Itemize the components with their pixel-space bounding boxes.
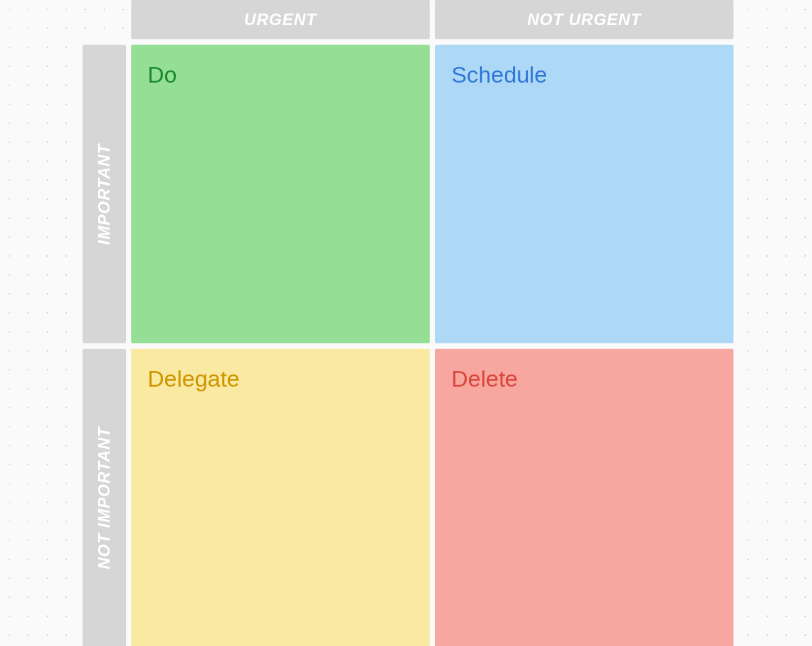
quadrant-delete-title: Delete [451, 365, 717, 393]
axis-row-not-important: NOT IMPORTANT [83, 349, 126, 646]
matrix-corner-empty [83, 0, 126, 39]
quadrant-do-title: Do [148, 61, 413, 89]
axis-row-important: IMPORTANT [83, 45, 126, 343]
quadrant-delegate-title: Delegate [148, 365, 413, 393]
quadrant-do[interactable]: Do [131, 45, 430, 343]
axis-column-not-urgent: NOT URGENT [435, 0, 734, 39]
eisenhower-matrix: URGENT NOT URGENT IMPORTANT Do Schedule … [83, 0, 736, 646]
quadrant-schedule-title: Schedule [451, 61, 717, 89]
axis-column-urgent: URGENT [131, 0, 430, 39]
axis-row-not-important-label: NOT IMPORTANT [95, 427, 114, 569]
axis-row-important-label: IMPORTANT [95, 144, 114, 244]
quadrant-delegate[interactable]: Delegate [131, 349, 430, 646]
quadrant-delete[interactable]: Delete [435, 349, 734, 646]
quadrant-schedule[interactable]: Schedule [435, 45, 734, 343]
